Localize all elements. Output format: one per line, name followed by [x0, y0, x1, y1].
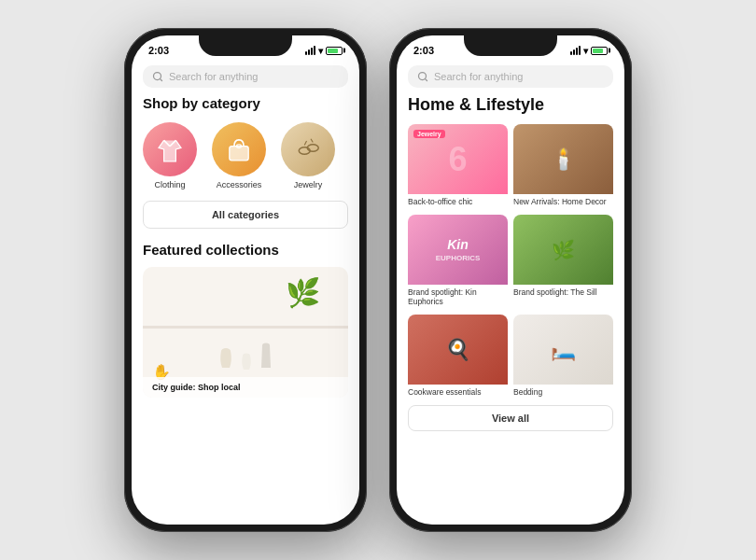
left-phone: 2:03 ▾ Search for anything S: [124, 28, 367, 532]
right-screen-content: Home & Lifestyle Jewelry 6 Back-to-offic…: [397, 95, 624, 500]
wifi-icon: ▾: [318, 46, 323, 56]
vase-1: [218, 345, 233, 371]
accessories-label: Accessories: [217, 180, 262, 189]
grid-item-back-to-office[interactable]: Jewelry 6 Back-to-office chic: [408, 124, 508, 209]
left-screen-content: Shop by category Clothing: [132, 95, 359, 500]
signal-bars-icon: [305, 46, 315, 55]
home-lifestyle-grid: Jewelry 6 Back-to-office chic 🕯️ New Arr…: [408, 124, 613, 399]
featured-collections-title: Featured collections: [143, 242, 348, 258]
right-search-icon: [417, 71, 428, 82]
back-to-office-number: 6: [448, 140, 467, 179]
jewelry-bg: [281, 122, 335, 176]
sill-image: 🌿: [513, 215, 613, 285]
grid-item-bedding[interactable]: 🛏️ Bedding: [513, 315, 613, 399]
svg-line-9: [311, 139, 313, 143]
sill-caption: Brand spotlight: The Sill: [513, 285, 613, 300]
sill-emoji: 🌿: [552, 239, 575, 261]
grid-item-home-decor[interactable]: 🕯️ New Arrivals: Home Decor: [513, 124, 613, 209]
right-status-icons: ▾: [570, 46, 608, 56]
cookware-caption: Cookware essentials: [408, 385, 508, 399]
svg-line-1: [160, 78, 161, 80]
vase-2: [241, 351, 252, 371]
clothing-circle: [143, 122, 197, 176]
back-to-office-image: Jewelry 6: [408, 124, 508, 194]
right-wifi-icon: ▾: [583, 46, 588, 56]
home-decor-caption: New Arrivals: Home Decor: [513, 194, 613, 209]
notch: [199, 35, 292, 56]
search-bar[interactable]: Search for anything: [143, 65, 348, 88]
grid-item-kin[interactable]: Kin EUPHORICS Brand spotlight: Kin Eupho…: [408, 215, 508, 309]
clothing-icon: [155, 134, 185, 164]
jewelry-label: Jewelry: [294, 180, 323, 189]
featured-caption: City guide: Shop local: [143, 377, 348, 398]
bedding-caption: Bedding: [513, 385, 613, 399]
bag-icon: [223, 133, 255, 165]
bedding-emoji: 🛏️: [551, 338, 576, 362]
cookware-emoji: 🍳: [445, 338, 470, 362]
jewelry-circle: [281, 122, 335, 176]
battery-fill: [328, 49, 338, 53]
view-all-button[interactable]: View all: [408, 405, 613, 431]
status-time: 2:03: [148, 45, 169, 56]
back-to-office-badge: Jewelry: [413, 130, 445, 138]
status-icons: ▾: [305, 46, 343, 56]
cookware-image: 🍳: [408, 315, 508, 385]
left-phone-screen: 2:03 ▾ Search for anything S: [132, 35, 359, 525]
bedding-image: 🛏️: [513, 315, 613, 385]
home-decor-emoji: 🕯️: [551, 147, 576, 172]
shelf-line-1: [143, 326, 348, 329]
shop-by-category-title: Shop by category: [143, 95, 348, 111]
category-item-jewelry[interactable]: Jewelry: [281, 122, 335, 189]
right-phone-screen: 2:03 ▾ Search for anything Home & L: [397, 35, 624, 525]
featured-collection-image: 🌿 ✋ City guide: Shop local: [143, 267, 348, 398]
grid-item-sill[interactable]: 🌿 Brand spotlight: The Sill: [513, 215, 613, 309]
kin-caption: Brand spotlight: Kin Euphorics: [408, 285, 508, 309]
shelf-scene: 🌿 ✋ City guide: Shop local: [143, 267, 348, 398]
jewelry-icon: [294, 135, 322, 163]
grid-item-cookware[interactable]: 🍳 Cookware essentials: [408, 315, 508, 399]
kin-text: Kin: [447, 237, 469, 252]
accessories-circle: [212, 122, 266, 176]
right-battery-icon: [591, 47, 608, 55]
home-decor-image: 🕯️: [513, 124, 613, 194]
all-categories-button[interactable]: All categories: [143, 201, 348, 229]
right-signal-bars-icon: [570, 46, 581, 55]
kin-sub: EUPHORICS: [436, 254, 481, 262]
clothing-label: Clothing: [154, 180, 185, 189]
category-item-accessories[interactable]: Accessories: [212, 122, 266, 189]
battery-icon: [326, 47, 343, 55]
clothing-bg: [143, 122, 197, 176]
kin-image: Kin EUPHORICS: [408, 215, 508, 285]
search-placeholder: Search for anything: [169, 71, 258, 82]
right-notch: [464, 35, 557, 56]
vase-3: [259, 342, 273, 371]
right-battery-fill: [593, 49, 603, 53]
back-to-office-caption: Back-to-office chic: [408, 194, 508, 209]
right-phone: 2:03 ▾ Search for anything Home & L: [389, 28, 632, 532]
accessories-bg: [212, 122, 266, 176]
search-icon: [152, 71, 163, 82]
category-item-clothing[interactable]: Clothing: [143, 122, 197, 189]
plant-decor: 🌿: [286, 276, 320, 309]
svg-line-8: [304, 141, 306, 146]
home-lifestyle-title: Home & Lifestyle: [408, 95, 613, 115]
right-search-placeholder: Search for anything: [434, 71, 523, 82]
right-status-time: 2:03: [413, 45, 434, 56]
svg-line-14: [425, 78, 427, 80]
right-search-bar[interactable]: Search for anything: [408, 65, 613, 88]
categories-row: Clothing Accessories: [143, 122, 348, 189]
